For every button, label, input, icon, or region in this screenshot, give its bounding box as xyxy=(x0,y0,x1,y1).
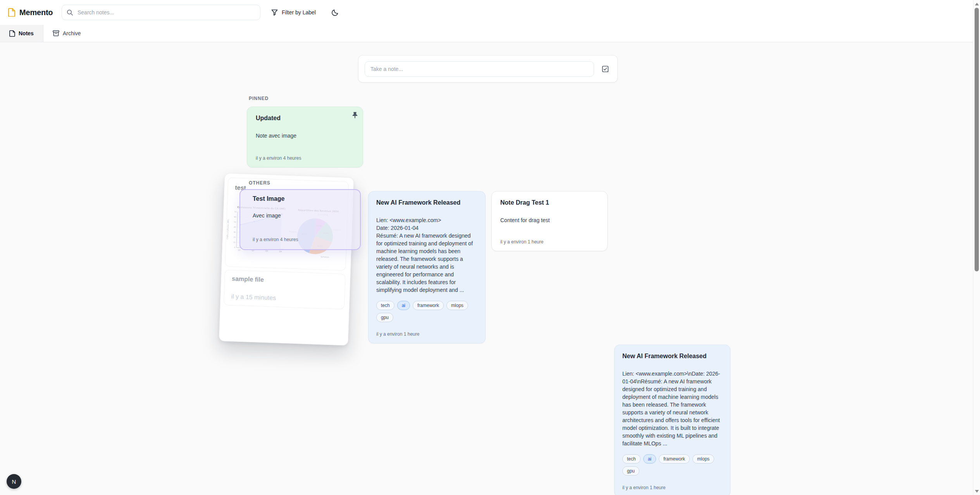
tag-ai[interactable]: ai xyxy=(397,301,410,310)
pin-icon[interactable] xyxy=(352,112,358,119)
search-box[interactable] xyxy=(62,5,260,20)
tag-gpu[interactable]: gpu xyxy=(376,313,393,322)
note-timestamp: il y a environ 1 heure xyxy=(376,331,477,337)
tag-gpu[interactable]: gpu xyxy=(622,466,639,476)
note-body: Lien: <www.example.com>\nDate: 2026-01-0… xyxy=(622,370,722,447)
scroll-down-arrow[interactable] xyxy=(973,488,980,494)
svg-text:Chiffre d'affaires (M€): Chiffre d'affaires (M€) xyxy=(227,219,229,239)
tag-row: tech ai framework mlops gpu xyxy=(376,301,477,322)
note-card-drag-test[interactable]: Note Drag Test 1 Content for drag test i… xyxy=(491,191,608,251)
svg-text:Q4: Q4 xyxy=(279,250,282,252)
note-body: Content for drag test xyxy=(500,216,599,224)
note-title: Note Drag Test 1 xyxy=(500,198,599,207)
notes-tab-icon xyxy=(9,30,15,37)
note-title: Test Image xyxy=(253,195,348,202)
svg-text:50: 50 xyxy=(234,221,236,223)
svg-text:Q3: Q3 xyxy=(265,250,268,252)
note-title: New AI Framework Released xyxy=(622,352,722,360)
avatar-initial: N xyxy=(12,478,16,485)
svg-text:20: 20 xyxy=(233,236,236,238)
tag-mlops[interactable]: mlops xyxy=(692,454,714,464)
scrollbar-thumb[interactable] xyxy=(975,8,979,271)
tag-tech[interactable]: tech xyxy=(622,454,641,464)
tag-tech[interactable]: tech xyxy=(376,301,394,310)
note-body: Lien: <www.example.com> Date: 2026-01-04… xyxy=(376,216,477,294)
note-timestamp: il y a environ 4 heures xyxy=(253,237,348,244)
filter-funnel-icon xyxy=(271,9,278,16)
search-icon xyxy=(67,9,73,16)
tag-row: tech ai framework mlops gpu xyxy=(622,454,722,476)
svg-text:60: 60 xyxy=(234,216,236,218)
note-timestamp: il y a 15 minutes xyxy=(231,293,337,304)
note-body: Avec image xyxy=(253,212,348,219)
archive-tab-icon xyxy=(53,30,59,36)
note-title: New AI Framework Released xyxy=(376,198,477,207)
svg-text:10: 10 xyxy=(233,241,236,243)
app-title: Memento xyxy=(19,8,53,17)
scroll-up-arrow[interactable] xyxy=(973,1,980,7)
note-timestamp: il y a environ 1 heure xyxy=(622,485,722,490)
svg-text:Services: Services xyxy=(320,255,329,258)
moon-icon xyxy=(331,9,339,16)
note-card-ai-framework-2[interactable]: New AI Framework Released Lien: <www.exa… xyxy=(614,345,730,495)
tag-mlops[interactable]: mlops xyxy=(446,301,468,310)
tag-framework[interactable]: framework xyxy=(659,454,690,464)
user-avatar[interactable]: N xyxy=(7,474,21,489)
note-title: Updated xyxy=(256,114,354,122)
note-composer xyxy=(358,55,618,83)
svg-text:0: 0 xyxy=(234,247,235,248)
tab-archive[interactable]: Archive xyxy=(43,25,90,42)
note-card-ai-framework[interactable]: New AI Framework Released Lien: <www.exa… xyxy=(368,191,486,343)
filter-by-label-label: Filter by Label xyxy=(282,9,316,16)
drag-ghost-note-test-image[interactable]: Test Image Avec image il y a environ 4 h… xyxy=(239,189,361,250)
filter-by-label-button[interactable]: Filter by Label xyxy=(269,5,318,19)
note-card-updated[interactable]: Updated Note avec image il y a environ 4… xyxy=(247,107,363,167)
app-header: Memento Filter by Label xyxy=(0,0,980,25)
svg-text:40: 40 xyxy=(234,226,236,228)
search-input[interactable] xyxy=(77,9,255,16)
tab-notes-label: Notes xyxy=(19,30,34,36)
svg-text:70: 70 xyxy=(234,211,236,213)
dark-mode-toggle[interactable] xyxy=(328,5,342,19)
tab-bar: Notes Archive xyxy=(0,25,980,42)
note-title: sample file xyxy=(232,275,338,286)
svg-text:30: 30 xyxy=(233,231,236,233)
note-timestamp: il y a environ 4 heures xyxy=(256,155,354,161)
tab-archive-label: Archive xyxy=(63,30,81,36)
note-body: Note avec image xyxy=(256,132,354,140)
vertical-scrollbar[interactable] xyxy=(973,0,980,495)
take-a-note-input[interactable] xyxy=(365,61,594,77)
note-card-sample-file[interactable]: sample file il y a 15 minutes xyxy=(224,269,346,309)
note-timestamp: il y a environ 1 heure xyxy=(500,239,599,245)
tag-ai[interactable]: ai xyxy=(643,454,656,464)
memento-logo-icon xyxy=(8,8,16,17)
pinned-section-label: PINNED xyxy=(249,96,269,101)
app-logo: Memento xyxy=(8,8,53,17)
checkbox-icon xyxy=(602,65,609,73)
svg-text:Q1: Q1 xyxy=(238,249,241,251)
add-checklist-button[interactable] xyxy=(599,63,611,75)
tag-framework[interactable]: framework xyxy=(413,301,444,310)
tab-notes[interactable]: Notes xyxy=(0,25,43,42)
others-section-label: OTHERS xyxy=(249,180,270,186)
